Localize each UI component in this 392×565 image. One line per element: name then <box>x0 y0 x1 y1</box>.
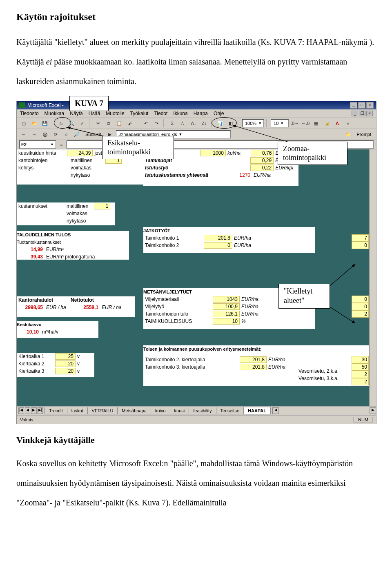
menu-haapa[interactable]: Haapa <box>194 111 208 116</box>
tab-haapal[interactable]: HAAPAL <box>243 407 271 414</box>
menu-tiedosto[interactable]: Tiedosto <box>20 111 39 116</box>
mdi-restore-button[interactable]: ❐ <box>359 111 365 116</box>
tab-laskut[interactable]: laskut <box>67 407 88 414</box>
value-viljelytyo[interactable]: 100,9 <box>213 303 240 310</box>
value-tk-r3[interactable]: 2 <box>352 371 369 378</box>
menu-tiedot[interactable]: Tiedot <box>154 111 167 116</box>
back-icon[interactable]: ← <box>19 130 28 139</box>
cut-icon[interactable]: ✂ <box>94 119 102 128</box>
menu-lisaa[interactable]: Lisää <box>89 111 100 116</box>
tab-nav-last[interactable]: ▶| <box>38 407 43 414</box>
menu-ikkuna[interactable]: Ikkuna <box>173 111 187 116</box>
tab-metsahaapa[interactable]: Metsähaapa <box>117 407 151 414</box>
hscroll-left[interactable]: ◀ <box>272 407 279 414</box>
value-th2[interactable]: 0 <box>204 242 232 249</box>
stop-icon[interactable]: ⨂ <box>40 130 49 139</box>
value-voimakas: voimakas <box>69 165 93 171</box>
tab-kuusi[interactable]: kuusi <box>170 407 189 414</box>
value-tk-r4[interactable]: 2 <box>352 378 369 385</box>
redo-icon[interactable]: ↷ <box>152 119 161 128</box>
more-icon[interactable]: » <box>343 119 352 128</box>
search-icon[interactable]: 🔎 <box>72 130 81 139</box>
fontsize-combo[interactable]: 10 ▼ <box>271 119 289 127</box>
tab-vertailu[interactable]: VERTAILU <box>87 407 118 414</box>
forward-icon[interactable]: → <box>30 130 39 139</box>
favorites-label[interactable]: Suosikit <box>83 132 104 137</box>
value-mv-r3[interactable]: 2 <box>352 310 369 318</box>
menu-muokkaa[interactable]: Muokkaa <box>45 111 65 116</box>
value-th3k[interactable]: 201,8 <box>240 364 267 370</box>
decrease-decimal-icon[interactable]: ←.0 <box>301 119 310 128</box>
spellcheck-icon[interactable]: ✓ <box>78 119 87 128</box>
close-button[interactable]: × <box>366 102 374 109</box>
menu-tyokalut[interactable]: Työkalut <box>130 111 149 116</box>
fill-color-icon[interactable]: ◢ <box>322 119 331 128</box>
mdi-close-button[interactable]: × <box>366 111 373 116</box>
value-taimisuojat[interactable]: 0,29 <box>250 157 274 164</box>
tab-nav-next[interactable]: ▶ <box>31 407 37 414</box>
value-taimet[interactable]: 1000 <box>200 150 226 156</box>
function-icon[interactable]: fₓ <box>178 119 187 128</box>
value-mv-r1[interactable]: 0 <box>352 296 369 303</box>
save-icon[interactable]: 💾 <box>40 119 49 128</box>
heading-kantorahatulot: Kantorahatulot <box>17 297 69 303</box>
new-icon[interactable]: ▢ <box>19 119 28 128</box>
label-th2: Taimikonhoito 2 <box>143 242 204 248</box>
autosum-icon[interactable]: Σ <box>168 119 177 128</box>
menu-nayta[interactable]: Näytä <box>70 111 82 116</box>
value-taimet-eur[interactable]: 0,76 <box>251 150 274 156</box>
value-thtuki[interactable]: 126,1 <box>213 311 240 317</box>
hscroll-right[interactable]: ▶ <box>370 407 376 414</box>
undo-icon[interactable]: ↶ <box>141 119 150 128</box>
font-color-icon[interactable]: A <box>333 119 342 128</box>
name-box-value: F2 <box>21 142 27 147</box>
sort-desc-icon[interactable]: Z↓ <box>200 119 209 128</box>
value-tk-r1[interactable]: 30 <box>352 356 369 363</box>
para1-ref: KUVA 7: HAAPAL-näkymä <box>274 38 368 47</box>
panel-kantorahatulot: Kantorahatulot Nettotulot 2998,65 EUR / … <box>17 296 135 317</box>
prompt-label[interactable]: Prompt <box>354 132 374 137</box>
tab-feasibility[interactable]: feasibility <box>189 407 216 414</box>
menu-ohje[interactable]: Ohje <box>214 111 224 116</box>
paste-icon[interactable]: 📋 <box>115 119 124 128</box>
vertical-scrollbar[interactable] <box>369 149 376 419</box>
value-viljelymateriaali[interactable]: 1043 <box>213 296 240 303</box>
value-jatko-r2[interactable]: 0 <box>352 242 369 249</box>
value-ka1[interactable]: 25 <box>55 353 76 360</box>
tab-trendit[interactable]: Trendit <box>45 407 67 414</box>
mdi-minimize-button[interactable]: _ <box>352 111 358 116</box>
value-kuusikuidun-hinta[interactable]: 24,39 <box>67 150 93 156</box>
home-icon[interactable]: ⌂ <box>62 130 71 139</box>
panel-taloudellinen-tulos: TALOUDELLINEN TULOS Tuotantokustannukset… <box>17 231 129 260</box>
value-taimikuolleisuus[interactable]: 10 <box>213 318 240 325</box>
tab-koivu[interactable]: koivu <box>151 407 170 414</box>
value-th1[interactable]: 201,8 <box>204 235 232 241</box>
value-ka3[interactable]: 20 <box>55 368 76 374</box>
maximize-button[interactable]: □ <box>358 102 365 109</box>
menu-muotoile[interactable]: Muotoile <box>106 111 124 116</box>
value-mv-r2[interactable]: 0 <box>352 303 369 310</box>
unit-ka2: v <box>76 361 81 367</box>
tab-nav-prev[interactable]: ◀ <box>25 407 31 414</box>
value-th2k[interactable]: 201,8 <box>240 356 267 363</box>
value-kust-1[interactable]: 1 <box>94 203 110 209</box>
name-box[interactable]: F2 ▼ <box>19 140 56 149</box>
borders-icon[interactable]: ▦ <box>312 119 321 128</box>
tab-teeseitse[interactable]: Teeseitse <box>216 407 244 414</box>
tab-nav-first[interactable]: |◀ <box>18 407 24 414</box>
refresh-icon[interactable]: ⟳ <box>51 130 60 139</box>
copy-icon[interactable]: ⧉ <box>104 119 113 128</box>
unit-eurm3: EUR/m³ <box>45 247 65 252</box>
open-icon[interactable]: 📂 <box>30 119 39 128</box>
sort-asc-icon[interactable]: A↓ <box>189 119 198 128</box>
format-painter-icon[interactable]: 🖌 <box>125 119 134 128</box>
value-ka2[interactable]: 20 <box>55 360 76 367</box>
value-maltillinen: maltillinen <box>69 158 94 163</box>
value-tk-r2[interactable]: 50 <box>352 363 369 371</box>
value-istutustyo[interactable]: 0,22 <box>250 165 274 171</box>
zoom-combo[interactable]: 100% ▼ <box>242 119 264 127</box>
value-jatko-r1[interactable]: 7 <box>352 234 369 242</box>
folder-icon[interactable]: 📁 <box>344 130 353 139</box>
minimize-button[interactable]: _ <box>350 102 357 109</box>
increase-decimal-icon[interactable]: .0→ <box>290 119 299 128</box>
